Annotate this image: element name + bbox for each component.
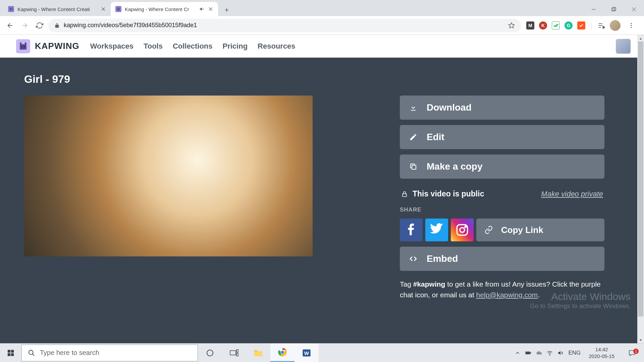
- tray-chevron-icon[interactable]: [515, 350, 521, 356]
- svg-text:W: W: [304, 350, 309, 356]
- vertical-scrollbar[interactable]: ▲ ▼: [637, 35, 644, 343]
- nav-tools[interactable]: Tools: [144, 42, 163, 51]
- svg-point-26: [460, 228, 465, 232]
- copy-link-label: Copy Link: [501, 225, 543, 235]
- chrome-profile-avatar[interactable]: [610, 20, 621, 31]
- embed-icon: [409, 255, 417, 263]
- svg-rect-10: [613, 7, 616, 10]
- nav-pricing[interactable]: Pricing: [223, 42, 248, 51]
- help-email-link[interactable]: help@kapwing.com: [476, 291, 538, 299]
- svg-point-47: [550, 355, 550, 355]
- download-label: Download: [427, 102, 472, 113]
- url-text: kapwing.com/videos/5ebe7f39d455b50015f9a…: [64, 22, 197, 29]
- video-preview[interactable]: [24, 96, 313, 256]
- kapwing-logo-icon[interactable]: [16, 39, 30, 53]
- forward-button[interactable]: [19, 19, 31, 32]
- svg-point-34: [207, 350, 213, 356]
- svg-rect-24: [402, 194, 407, 196]
- copy-icon: [409, 163, 417, 171]
- facebook-icon: [405, 224, 418, 236]
- action-center-button[interactable]: 1: [623, 349, 641, 357]
- chrome-taskbar-icon[interactable]: [270, 344, 294, 362]
- lock-icon: [54, 23, 60, 28]
- download-button[interactable]: Download: [400, 96, 604, 120]
- svg-point-5: [119, 9, 119, 9]
- window-minimize-button[interactable]: [584, 3, 604, 16]
- close-icon[interactable]: [101, 6, 106, 12]
- kapwing-logo-text[interactable]: KAPWING: [35, 41, 79, 51]
- svg-rect-36: [236, 350, 238, 352]
- close-icon[interactable]: [208, 6, 213, 12]
- svg-point-18: [631, 23, 632, 24]
- nav-collections[interactable]: Collections: [173, 42, 213, 51]
- browser-tab-1[interactable]: Kapwing - Where Content Cr: [111, 2, 218, 16]
- video-title: Girl - 979: [24, 73, 620, 85]
- share-facebook-button[interactable]: [400, 219, 423, 241]
- kapwing-favicon: [8, 6, 14, 12]
- gmail-ext-icon[interactable]: M: [526, 21, 534, 29]
- svg-rect-35: [230, 351, 236, 355]
- main-content: Girl - 979 Download Edit: [0, 58, 644, 343]
- svg-point-32: [29, 350, 33, 354]
- grammarly-ext-icon[interactable]: G: [565, 21, 573, 29]
- chrome-menu-button[interactable]: [625, 19, 637, 32]
- twitter-icon: [430, 223, 443, 237]
- star-icon[interactable]: [508, 22, 515, 29]
- svg-point-41: [281, 351, 284, 354]
- search-icon: [28, 349, 35, 357]
- battery-icon[interactable]: [525, 350, 531, 356]
- ext-check-icon[interactable]: [577, 21, 585, 29]
- embed-button[interactable]: Embed: [400, 247, 604, 271]
- svg-rect-29: [11, 350, 14, 352]
- clock[interactable]: 14:42 2020-05-15: [585, 346, 618, 359]
- task-view-button[interactable]: [222, 344, 246, 362]
- word-taskbar-icon[interactable]: W: [294, 344, 319, 362]
- svg-point-0: [10, 9, 11, 9]
- svg-rect-31: [11, 353, 14, 356]
- reload-button[interactable]: [34, 19, 46, 32]
- start-button[interactable]: [0, 344, 21, 362]
- system-tray: ENG 14:42 2020-05-15 1: [515, 346, 644, 359]
- lock-icon: [401, 191, 408, 197]
- share-instagram-button[interactable]: [451, 219, 474, 241]
- share-twitter-button[interactable]: [425, 219, 448, 241]
- keyboard-language[interactable]: ENG: [568, 350, 581, 356]
- svg-point-4: [118, 9, 118, 9]
- new-tab-button[interactable]: +: [221, 4, 233, 16]
- browser-toolbar: kapwing.com/videos/5ebe7f39d455b50015f9a…: [0, 16, 644, 35]
- embed-label: Embed: [427, 253, 458, 264]
- share-label: SHARE: [400, 206, 604, 213]
- svg-rect-28: [8, 350, 10, 352]
- taskbar-search[interactable]: Type here to search: [21, 345, 198, 361]
- nav-workspaces[interactable]: Workspaces: [90, 42, 133, 51]
- wifi-icon[interactable]: [547, 350, 553, 356]
- media-control-icon[interactable]: [598, 22, 605, 29]
- browser-tab-0[interactable]: Kapwing - Where Content Creati: [3, 2, 111, 16]
- scroll-up-arrow[interactable]: ▲: [637, 35, 644, 42]
- audio-icon[interactable]: [199, 6, 205, 12]
- nav-resources[interactable]: Resources: [258, 42, 296, 51]
- mailtrack-ext-icon[interactable]: [552, 21, 560, 29]
- make-private-link[interactable]: Make video private: [541, 190, 603, 198]
- ext-k-icon[interactable]: K: [539, 21, 547, 29]
- onedrive-icon[interactable]: [536, 350, 542, 356]
- edit-label: Edit: [427, 132, 444, 142]
- make-copy-button[interactable]: Make a copy: [400, 155, 604, 179]
- scroll-thumb[interactable]: [638, 42, 643, 316]
- scroll-down-arrow[interactable]: ▼: [637, 337, 644, 343]
- back-button[interactable]: [4, 19, 16, 32]
- cortana-button[interactable]: [198, 344, 222, 362]
- user-avatar[interactable]: [616, 39, 631, 54]
- edit-button[interactable]: Edit: [400, 125, 604, 149]
- notification-badge: 1: [633, 349, 639, 354]
- svg-marker-17: [603, 26, 605, 28]
- make-copy-label: Make a copy: [427, 161, 483, 172]
- window-maximize-button[interactable]: [604, 3, 624, 16]
- file-explorer-icon[interactable]: [246, 344, 270, 362]
- volume-icon[interactable]: [557, 350, 564, 356]
- svg-rect-46: [526, 352, 530, 354]
- svg-rect-23: [412, 165, 416, 169]
- copy-link-button[interactable]: Copy Link: [476, 219, 604, 241]
- window-close-button[interactable]: [624, 3, 644, 16]
- address-bar[interactable]: kapwing.com/videos/5ebe7f39d455b50015f9a…: [48, 19, 521, 32]
